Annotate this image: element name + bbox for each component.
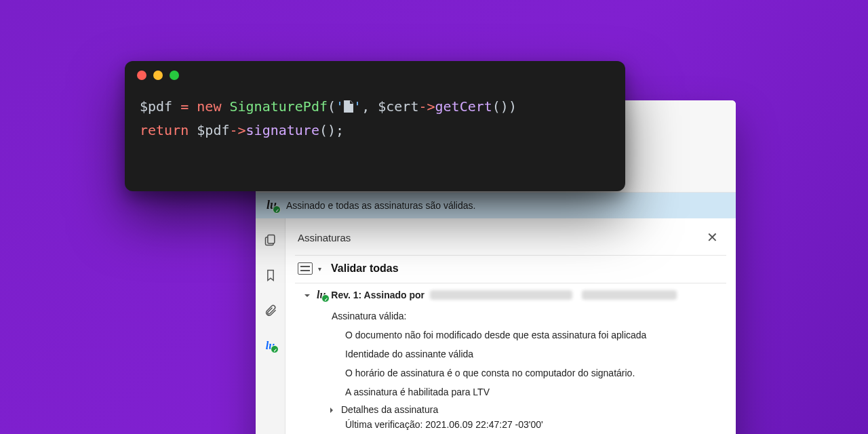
code-class: SignaturePdf: [229, 98, 328, 115]
traffic-light-close[interactable]: [137, 71, 146, 80]
list-options-icon[interactable]: [298, 262, 313, 275]
signature-valid-icon: lu: [267, 198, 277, 212]
code-method: getCert: [435, 98, 492, 115]
revision-label: Rev. 1: Assinado por: [331, 290, 425, 300]
revision-row[interactable]: lu Rev. 1: Assinado por: [303, 285, 729, 308]
code-method: signature: [246, 122, 319, 138]
signature-valid-icon-small: lu: [266, 340, 275, 352]
detail-line: O horário de assinatura é o que consta n…: [345, 363, 729, 382]
validate-all-button[interactable]: Validar todas: [331, 262, 399, 275]
detail-line: A assinatura é habilitada para LTV: [345, 382, 729, 401]
signatures-panel-title: Assinaturas: [298, 232, 351, 243]
code-body: $pdf = new SignaturePdf('', $cert->getCe…: [125, 90, 625, 191]
close-icon[interactable]: ✕: [701, 226, 724, 248]
code-operator: =: [180, 98, 189, 115]
sidebar-rail: lu: [256, 218, 285, 434]
chevron-down-icon[interactable]: ▾: [318, 265, 321, 273]
signature-status-text: Assinado e todas as assinaturas são váli…: [286, 200, 475, 211]
signature-details-row[interactable]: Detalhes da assinatura: [328, 401, 729, 415]
code-punct: (: [328, 98, 336, 115]
window-titlebar: [125, 61, 625, 90]
page-icon: [344, 100, 353, 113]
chevron-right-icon[interactable]: [328, 406, 336, 414]
traffic-light-zoom[interactable]: [170, 71, 179, 80]
detail-line: Identidade do assinante válida: [345, 344, 729, 363]
svg-rect-0: [267, 235, 274, 244]
signature-valid-icon: lu: [317, 289, 326, 301]
bookmark-icon[interactable]: [262, 267, 279, 283]
code-arrow: ->: [418, 98, 435, 115]
code-string-quote: ': [353, 98, 361, 115]
code-punct: (): [492, 98, 509, 115]
code-keyword: new: [197, 98, 221, 115]
code-variable: $pdf: [140, 98, 172, 115]
code-keyword: return: [140, 122, 189, 138]
code-punct: ,: [361, 98, 378, 115]
traffic-light-minimize[interactable]: [153, 71, 163, 80]
code-variable: $cert: [378, 98, 418, 115]
code-window: $pdf = new SignaturePdf('', $cert->getCe…: [125, 61, 625, 191]
signatures-panel-header: Assinaturas ✕: [285, 218, 736, 255]
pdf-body: lu Assinaturas ✕ ▾ Validar todas: [256, 218, 736, 434]
signatures-panel-icon[interactable]: lu: [262, 338, 279, 354]
last-verification: Última verificação: 2021.06.09 22:47:27 …: [345, 415, 729, 434]
attachment-icon[interactable]: [262, 302, 279, 319]
thumbnails-icon[interactable]: [262, 232, 279, 248]
code-arrow: ->: [229, 122, 245, 138]
code-string-quote: ': [336, 98, 344, 115]
chevron-down-icon[interactable]: [303, 291, 311, 299]
signer-name-redacted: [430, 290, 572, 300]
signatures-tree: lu Rev. 1: Assinado por Assinatura válid…: [285, 283, 736, 434]
signature-status-bar: lu Assinado e todas as assinaturas são v…: [256, 193, 736, 218]
detail-line: O documento não foi modificado desde que…: [345, 326, 729, 344]
signature-valid-heading: Assinatura válida:: [332, 308, 729, 326]
code-punct: ): [509, 98, 517, 115]
code-punct: ;: [336, 122, 344, 138]
code-punct: (): [319, 122, 336, 138]
signer-email-redacted: [582, 290, 677, 300]
signatures-panel: Assinaturas ✕ ▾ Validar todas lu Rev. 1:…: [285, 218, 736, 434]
signatures-action-row: ▾ Validar todas: [285, 256, 736, 283]
signature-details: Assinatura válida: O documento não foi m…: [332, 308, 729, 434]
code-variable: $pdf: [197, 122, 229, 138]
signature-details-label: Detalhes da assinatura: [341, 404, 438, 415]
